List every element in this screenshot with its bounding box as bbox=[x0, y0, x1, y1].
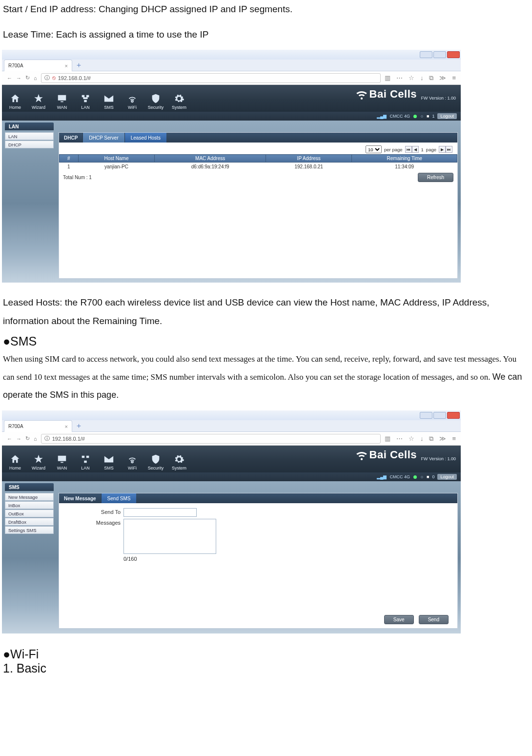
nav-security[interactable]: Security bbox=[144, 86, 167, 112]
nav-home[interactable]: Home bbox=[4, 86, 26, 112]
nav-label: Home bbox=[9, 105, 21, 110]
more-icon[interactable]: ⋯ bbox=[396, 74, 403, 82]
home-icon[interactable]: ⌂ bbox=[34, 436, 37, 442]
sidebar-icon[interactable]: ≫ bbox=[439, 435, 446, 442]
screenshot-sms: R700A × ＋ ← → ↻ ⌂ ⓘ 192.168.0.1/# ▥ ⋯ ☆ … bbox=[2, 410, 461, 633]
heading-wifi: ●Wi-Fi bbox=[0, 644, 532, 661]
mail-icon bbox=[103, 93, 114, 104]
nav-home[interactable]: Home bbox=[4, 447, 26, 472]
window-close[interactable] bbox=[447, 51, 460, 58]
reader-icon[interactable]: ▥ bbox=[385, 74, 390, 82]
label-send-to: Send To bbox=[67, 508, 121, 515]
nav-label: WAN bbox=[57, 466, 67, 470]
nav-system[interactable]: System bbox=[168, 86, 190, 112]
new-tab-button[interactable]: ＋ bbox=[72, 60, 85, 71]
nav-wan[interactable]: WAN bbox=[51, 86, 73, 112]
side-item-settings-sms[interactable]: Settings SMS bbox=[5, 526, 54, 534]
refresh-button[interactable]: Refresh bbox=[418, 173, 453, 182]
window-maximize[interactable] bbox=[433, 412, 446, 419]
nav-wizard[interactable]: Wizard bbox=[27, 447, 50, 472]
firmware-version: FW Version : 1.00 bbox=[421, 456, 456, 461]
nav-sms[interactable]: SMS bbox=[98, 447, 120, 472]
url-bar[interactable]: ⓘ ⦸ 192.168.0.1/# bbox=[41, 73, 381, 83]
back-icon[interactable]: ← bbox=[7, 75, 12, 81]
nav-lan[interactable]: LAN bbox=[74, 86, 97, 112]
nav-wifi[interactable]: WiFi bbox=[121, 86, 143, 112]
paragraph-start-end-ip: Start / End IP address: Changing DHCP as… bbox=[0, 0, 532, 19]
paragraph-leased-hosts: Leased Hosts: the R700 each wireless dev… bbox=[0, 293, 532, 330]
nav-label: LAN bbox=[81, 105, 90, 110]
forward-icon[interactable]: → bbox=[16, 75, 21, 81]
star-icon[interactable]: ☆ bbox=[409, 435, 414, 442]
menu-icon[interactable]: ≡ bbox=[452, 74, 456, 82]
send-button[interactable]: Send bbox=[419, 615, 449, 624]
send-to-input[interactable] bbox=[123, 508, 197, 517]
menu-icon[interactable]: ≡ bbox=[452, 435, 456, 442]
nav-lan[interactable]: LAN bbox=[74, 447, 97, 472]
download-icon[interactable]: ↓ bbox=[420, 74, 424, 82]
tab-send-sms[interactable]: Send SMS bbox=[101, 493, 137, 503]
side-item-lan[interactable]: LAN bbox=[5, 132, 54, 140]
browser-tab[interactable]: R700A × bbox=[4, 420, 72, 432]
library-icon[interactable]: ⧉ bbox=[429, 74, 433, 82]
reader-icon[interactable]: ▥ bbox=[385, 435, 390, 442]
save-button[interactable]: Save bbox=[384, 615, 414, 624]
url-bar[interactable]: ⓘ 192.168.0.1/# bbox=[41, 434, 381, 444]
network-icon bbox=[80, 454, 91, 465]
back-icon[interactable]: ← bbox=[7, 436, 12, 442]
pager-last[interactable]: ⏭ bbox=[446, 146, 452, 153]
side-item-outbox[interactable]: OutBox bbox=[5, 510, 54, 517]
side-item-draftbox[interactable]: DraftBox bbox=[5, 518, 54, 526]
panel-tab-strip: New Message Send SMS bbox=[59, 493, 457, 503]
close-icon[interactable]: × bbox=[65, 424, 68, 429]
nav-label: System bbox=[172, 466, 186, 470]
main-panel: DHCP DHCP Server Leased Hosts 10 per pag… bbox=[59, 132, 458, 279]
tab-dhcp-server[interactable]: DHCP Server bbox=[82, 133, 124, 143]
signal-icon bbox=[355, 88, 368, 101]
messages-textarea[interactable] bbox=[123, 519, 216, 554]
url-text: 192.168.0.1/# bbox=[58, 75, 91, 81]
tab-leased-hosts[interactable]: Leased Hosts bbox=[124, 133, 166, 143]
col-mac: MAC Address bbox=[155, 155, 266, 163]
side-item-inbox[interactable]: InBox bbox=[5, 501, 54, 509]
nav-label: Security bbox=[148, 466, 164, 470]
window-maximize[interactable] bbox=[433, 51, 446, 58]
home-icon[interactable]: ⌂ bbox=[34, 75, 37, 81]
nav-wan[interactable]: WAN bbox=[51, 447, 73, 472]
nav-sms[interactable]: SMS bbox=[98, 86, 120, 112]
col-remaining: Remaining Time bbox=[352, 155, 457, 163]
side-item-dhcp[interactable]: DHCP bbox=[5, 141, 54, 148]
reload-icon[interactable]: ↻ bbox=[25, 435, 30, 442]
forward-icon[interactable]: → bbox=[16, 436, 21, 442]
shield-icon bbox=[150, 93, 161, 104]
logout-button[interactable]: Logout bbox=[437, 113, 457, 119]
window-minimize[interactable] bbox=[420, 412, 432, 419]
new-tab-button[interactable]: ＋ bbox=[72, 420, 85, 431]
nav-wizard[interactable]: Wizard bbox=[27, 86, 50, 112]
sidebar-icon[interactable]: ≫ bbox=[439, 74, 446, 82]
col-ip: IP Address bbox=[266, 155, 352, 163]
pager-next[interactable]: ▶ bbox=[439, 146, 446, 153]
download-icon[interactable]: ↓ bbox=[420, 435, 424, 442]
logout-button[interactable]: Logout bbox=[437, 474, 457, 480]
side-item-new-message[interactable]: New Message bbox=[5, 493, 54, 501]
window-close[interactable] bbox=[447, 412, 460, 419]
library-icon[interactable]: ⧉ bbox=[429, 435, 433, 443]
status-carrier: CMCC 4G bbox=[390, 474, 410, 479]
router-status-bar: ▂▄▆ CMCC 4G ■ 1 Logout bbox=[2, 112, 461, 121]
pager-prev[interactable]: ◀ bbox=[412, 146, 419, 153]
panel-title: New Message bbox=[59, 493, 101, 503]
star-icon[interactable]: ☆ bbox=[409, 74, 414, 82]
more-icon[interactable]: ⋯ bbox=[396, 435, 403, 442]
nav-security[interactable]: Security bbox=[144, 447, 167, 472]
window-minimize[interactable] bbox=[420, 51, 432, 58]
nav-label: Security bbox=[148, 105, 164, 110]
per-page-select[interactable]: 10 bbox=[366, 145, 382, 153]
nav-label: Wizard bbox=[32, 105, 45, 110]
browser-tab[interactable]: R700A × bbox=[4, 60, 72, 71]
close-icon[interactable]: × bbox=[65, 63, 68, 69]
reload-icon[interactable]: ↻ bbox=[25, 75, 30, 81]
pager-first[interactable]: ⏮ bbox=[405, 146, 412, 153]
nav-system[interactable]: System bbox=[168, 447, 190, 472]
nav-wifi[interactable]: WiFi bbox=[121, 447, 143, 472]
